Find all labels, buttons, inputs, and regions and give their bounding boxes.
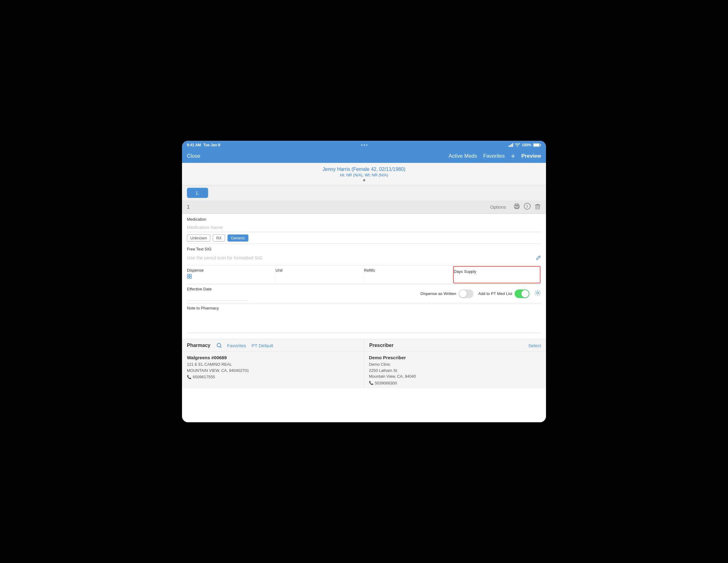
form-section: Medication Unknown RX Generic Free Text … xyxy=(182,214,546,339)
note-to-pharmacy-input[interactable] xyxy=(187,310,541,329)
prescriber-phone: 5039066300 xyxy=(375,381,397,385)
battery-percent: 100% xyxy=(522,143,531,147)
time-display: 9:41 AM xyxy=(187,143,201,147)
toggle-thumb-pt xyxy=(521,290,529,297)
prescriber-clinic: Demo Clinic 2250 Latham St Mountain View… xyxy=(369,361,541,379)
navigation-bar: Close Active Meds Favorites + Preview xyxy=(182,149,546,163)
tab-bar: 1. xyxy=(182,185,546,200)
prescriber-phone-icon: 📞 xyxy=(369,381,374,385)
grid-icon xyxy=(187,274,192,280)
add-to-pt-med-list-group: Add to PT Med List xyxy=(478,289,529,298)
refills-cell: Refills 0 xyxy=(364,266,453,284)
add-button[interactable]: + xyxy=(511,152,515,161)
effective-date-label: Effective Date xyxy=(187,287,416,292)
tag-unknown[interactable]: Unknown xyxy=(187,235,210,242)
unit-cell: Unit xyxy=(275,266,364,284)
pharmacy-address: 121 E EL CAMINO REAL MOUNTAIN VIEW, CA, … xyxy=(187,361,359,373)
medication-label: Medication xyxy=(187,214,541,223)
options-button[interactable]: Options xyxy=(490,204,506,210)
medication-name-input[interactable] xyxy=(187,223,541,232)
unit-input[interactable] xyxy=(275,274,360,279)
sig-label: Free Text SIG xyxy=(187,244,541,253)
prescriber-header: Prescriber Select xyxy=(364,339,546,352)
pharmacy-pt-default-button[interactable]: PT Default xyxy=(251,343,273,348)
rx-row-header: 1 Options xyxy=(182,200,546,214)
svg-rect-12 xyxy=(190,277,192,279)
note-to-pharmacy-section: Note to Pharmacy xyxy=(187,303,541,333)
dispense-cell: Dispense 0.0 xyxy=(187,266,275,284)
dot1 xyxy=(361,145,362,146)
effective-date-group: Effective Date xyxy=(187,287,416,300)
days-supply-label: Days Supply xyxy=(454,269,536,274)
sig-row xyxy=(187,253,541,266)
status-center xyxy=(361,145,367,146)
content-area: 1 Options xyxy=(182,200,546,422)
refills-input[interactable]: 0 xyxy=(364,274,382,279)
pharmacy-favorites-button[interactable]: Favorites xyxy=(227,343,246,348)
delete-icon[interactable] xyxy=(534,203,541,211)
effective-date-input[interactable] xyxy=(187,292,248,300)
wifi-icon xyxy=(515,143,520,147)
svg-point-13 xyxy=(537,292,539,294)
svg-point-3 xyxy=(518,206,519,207)
svg-rect-2 xyxy=(515,207,518,209)
dot3 xyxy=(366,145,367,146)
svg-rect-8 xyxy=(536,205,540,209)
rx-number: 1 xyxy=(187,204,190,210)
add-to-pt-med-list-toggle[interactable] xyxy=(515,289,529,298)
svg-rect-11 xyxy=(187,277,189,279)
print-icon[interactable] xyxy=(513,203,520,211)
page-dot-active xyxy=(363,179,365,181)
dot2 xyxy=(364,145,365,146)
prescriber-select-button[interactable]: Select xyxy=(528,343,541,348)
sig-input[interactable] xyxy=(187,253,536,263)
svg-point-6 xyxy=(527,206,528,207)
page-indicator xyxy=(186,179,542,181)
pharmacy-phone-icon: 📞 xyxy=(187,375,192,379)
note-to-pharmacy-label: Note to Pharmacy xyxy=(187,306,541,310)
add-to-pt-med-list-label: Add to PT Med List xyxy=(478,291,512,296)
tab-1[interactable]: 1. xyxy=(187,188,208,198)
active-meds-button[interactable]: Active Meds xyxy=(449,153,477,159)
pencil-icon[interactable] xyxy=(536,255,541,262)
more-icon[interactable] xyxy=(524,203,531,211)
preview-button[interactable]: Preview xyxy=(521,153,541,159)
pharmacy-search-icon[interactable] xyxy=(216,342,222,348)
svg-rect-1 xyxy=(515,204,518,206)
bottom-headers: Pharmacy Favorites PT Default Prescriber… xyxy=(182,339,546,352)
prescriber-section-label: Prescriber xyxy=(369,343,394,348)
pharmacy-phone-row: 📞 6509617555 xyxy=(187,375,359,379)
svg-rect-10 xyxy=(190,274,192,276)
svg-point-14 xyxy=(217,343,221,347)
tag-rx[interactable]: RX xyxy=(213,235,225,242)
dispense-as-written-label: Dispense as Written xyxy=(421,291,456,296)
status-time: 9:41 AM Tue Jan 9 xyxy=(187,143,220,147)
days-supply-input[interactable] xyxy=(454,275,536,280)
svg-rect-9 xyxy=(187,274,189,276)
dispense-as-written-toggle[interactable] xyxy=(459,289,473,298)
status-right: 100% xyxy=(508,143,541,147)
svg-point-5 xyxy=(527,205,528,206)
toggle-thumb-daw xyxy=(459,290,467,297)
tags-row: Unknown RX Generic xyxy=(187,232,541,244)
patient-info: Ht: NR (N/A), Wt: NR (N/A) xyxy=(186,173,542,177)
svg-point-7 xyxy=(527,207,528,208)
fields-grid: Dispense 0.0 xyxy=(187,266,541,284)
prescriber-phone-row: 📞 5039066300 xyxy=(369,381,541,385)
bottom-section: Pharmacy Favorites PT Default Prescriber… xyxy=(182,339,546,388)
tag-generic[interactable]: Generic xyxy=(227,235,248,242)
pharmacy-prescriber-details: Walgreens #00689 121 E EL CAMINO REAL MO… xyxy=(182,352,546,388)
dispense-as-written-group: Dispense as Written xyxy=(421,289,473,298)
signal-icon xyxy=(508,143,513,147)
pharmacy-section-label: Pharmacy xyxy=(187,343,211,348)
favorites-nav-button[interactable]: Favorites xyxy=(483,153,505,159)
date-display: Tue Jan 9 xyxy=(204,143,220,147)
refills-label: Refills xyxy=(364,268,449,273)
patient-name: Jenny Harris (Female 42, 02/11/1980) xyxy=(186,167,542,172)
dispense-input[interactable]: 0.0 xyxy=(194,275,212,280)
gear-icon[interactable] xyxy=(534,289,541,298)
pharmacy-phone: 6509617555 xyxy=(193,375,215,379)
pharmacy-details: Walgreens #00689 121 E EL CAMINO REAL MO… xyxy=(182,352,364,388)
close-button[interactable]: Close xyxy=(187,153,200,159)
days-supply-cell: Days Supply xyxy=(453,266,540,283)
